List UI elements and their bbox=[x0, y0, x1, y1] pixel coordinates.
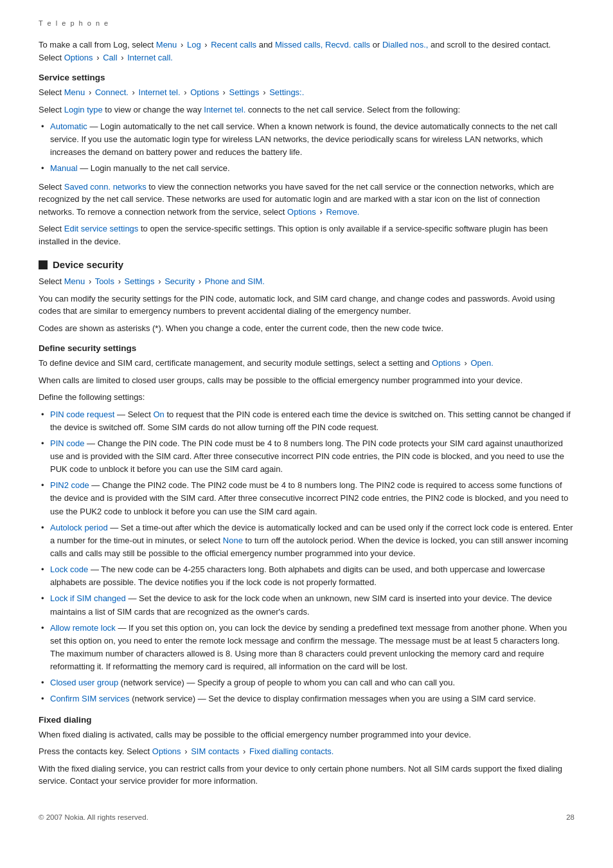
fixed-dialing-title: Fixed dialing bbox=[39, 715, 574, 725]
fixed-dialing-para2: Press the contacts key. Select Options ›… bbox=[39, 745, 574, 758]
fixed-dialing-para3: With the fixed dialing service, you can … bbox=[39, 763, 574, 788]
missed-calls-link[interactable]: Missed calls, Recvd. calls bbox=[275, 40, 370, 50]
edit-service-link[interactable]: Edit service settings bbox=[64, 224, 139, 233]
fixed-dialling-link[interactable]: Fixed dialling contacts. bbox=[249, 746, 334, 756]
list-item-automatic: Automatic — Login automatically to the n… bbox=[39, 120, 574, 159]
internet-call-link[interactable]: Internet call. bbox=[127, 53, 173, 62]
device-security-section: Device security bbox=[39, 259, 574, 270]
manual-link[interactable]: Manual bbox=[50, 163, 78, 173]
device-security-para1: You can modify the security settings for… bbox=[39, 293, 574, 318]
define-security-para1: To define device and SIM card, certifica… bbox=[39, 357, 574, 370]
page-header: T e l e p h o n e bbox=[39, 19, 574, 27]
call-link-intro[interactable]: Call bbox=[103, 53, 117, 62]
list-item-allow-remote-lock: Allow remote lock — If you set this opti… bbox=[39, 622, 574, 674]
on-link[interactable]: On bbox=[153, 410, 164, 419]
list-item-autolock: Autolock period — Set a time-out after w… bbox=[39, 521, 574, 560]
page-footer: © 2007 Nokia. All rights reserved. 28 bbox=[39, 813, 574, 821]
login-type-list: Automatic — Login automatically to the n… bbox=[39, 120, 574, 176]
autolock-link[interactable]: Autolock period bbox=[50, 523, 108, 532]
lock-code-link[interactable]: Lock code bbox=[50, 565, 88, 574]
device-security-title: Device security bbox=[53, 259, 123, 270]
pin2-code-link[interactable]: PIN2 code bbox=[50, 480, 89, 490]
settings2-link-ss[interactable]: Settings:. bbox=[269, 87, 304, 97]
none-link[interactable]: None bbox=[223, 536, 243, 545]
define-security-list: PIN code request — Select On to request … bbox=[39, 408, 574, 706]
device-security-nav: Select Menu › Tools › Settings › Securit… bbox=[39, 275, 574, 288]
menu-link-ss[interactable]: Menu bbox=[64, 87, 85, 97]
service-settings-nav: Select Menu › Connect. › Internet tel. ›… bbox=[39, 86, 574, 99]
device-security-para2: Codes are shown as asterisks (*). When y… bbox=[39, 322, 574, 335]
allow-remote-lock-link[interactable]: Allow remote lock bbox=[50, 623, 116, 633]
closed-user-group-link[interactable]: Closed user group bbox=[50, 678, 118, 687]
list-item-manual: Manual — Login manually to the net call … bbox=[39, 162, 574, 175]
menu-link[interactable]: Menu bbox=[156, 40, 177, 50]
phone-sim-link[interactable]: Phone and SIM. bbox=[205, 276, 265, 286]
copyright-text: © 2007 Nokia. All rights reserved. bbox=[39, 813, 148, 821]
saved-conn-para: Select Saved conn. networks to view the … bbox=[39, 181, 574, 219]
settings-link-ss[interactable]: Settings bbox=[229, 87, 260, 97]
options-link-fd[interactable]: Options bbox=[152, 746, 181, 756]
recent-calls-link[interactable]: Recent calls bbox=[211, 40, 256, 50]
define-security-para2: When calls are limited to closed user gr… bbox=[39, 374, 574, 387]
internet-tel-link-ss[interactable]: Internet tel. bbox=[139, 87, 181, 97]
confirm-sim-link[interactable]: Confirm SIM services bbox=[50, 694, 130, 703]
list-item-pin-request: PIN code request — Select On to request … bbox=[39, 408, 574, 434]
header-title: T e l e p h o n e bbox=[39, 19, 109, 27]
options-link-remove[interactable]: Options bbox=[287, 207, 316, 217]
login-type-para: Select Login type to view or change the … bbox=[39, 104, 574, 116]
open-link[interactable]: Open. bbox=[470, 358, 493, 368]
list-item-pin-code: PIN code — Change the PIN code. The PIN … bbox=[39, 437, 574, 476]
options-link-intro[interactable]: Options bbox=[64, 53, 93, 62]
log-link[interactable]: Log bbox=[187, 40, 201, 50]
automatic-link[interactable]: Automatic bbox=[50, 122, 87, 131]
pin-request-link[interactable]: PIN code request bbox=[50, 410, 114, 419]
internet-tel-link2[interactable]: Internet tel. bbox=[204, 105, 245, 114]
lock-sim-changed-link[interactable]: Lock if SIM changed bbox=[50, 593, 126, 603]
security-link[interactable]: Security bbox=[164, 276, 195, 286]
intro-paragraph: To make a call from Log, select Menu › L… bbox=[39, 39, 574, 64]
edit-service-para: Select Edit service settings to open the… bbox=[39, 222, 574, 248]
settings-link-ds[interactable]: Settings bbox=[125, 276, 155, 286]
tools-link[interactable]: Tools bbox=[95, 276, 114, 286]
connect-link[interactable]: Connect. bbox=[95, 87, 129, 97]
remove-link[interactable]: Remove. bbox=[326, 207, 359, 217]
define-security-title: Define security settings bbox=[39, 343, 574, 353]
page-number: 28 bbox=[566, 813, 574, 821]
login-type-link[interactable]: Login type bbox=[64, 105, 103, 114]
section-icon bbox=[39, 260, 48, 269]
list-item-lock-sim-changed: Lock if SIM changed — Set the device to … bbox=[39, 592, 574, 618]
options-link-defs[interactable]: Options bbox=[432, 358, 461, 368]
define-security-para3: Define the following settings: bbox=[39, 391, 574, 404]
service-settings-title: Service settings bbox=[39, 73, 574, 82]
saved-conn-link[interactable]: Saved conn. networks bbox=[64, 182, 147, 192]
fixed-dialing-para1: When fixed dialing is activated, calls m… bbox=[39, 728, 574, 741]
sim-contacts-link[interactable]: SIM contacts bbox=[191, 746, 239, 756]
list-item-lock-code: Lock code — The new code can be 4-255 ch… bbox=[39, 563, 574, 589]
pin-code-link[interactable]: PIN code bbox=[50, 439, 84, 448]
list-item-confirm-sim: Confirm SIM services (network service) —… bbox=[39, 692, 574, 705]
dialled-nos-link[interactable]: Dialled nos., bbox=[382, 40, 429, 50]
options-link-ss[interactable]: Options bbox=[190, 87, 219, 97]
menu-link-ds[interactable]: Menu bbox=[64, 276, 85, 286]
list-item-closed-user-group: Closed user group (network service) — Sp… bbox=[39, 676, 574, 689]
list-item-pin2-code: PIN2 code — Change the PIN2 code. The PI… bbox=[39, 479, 574, 518]
